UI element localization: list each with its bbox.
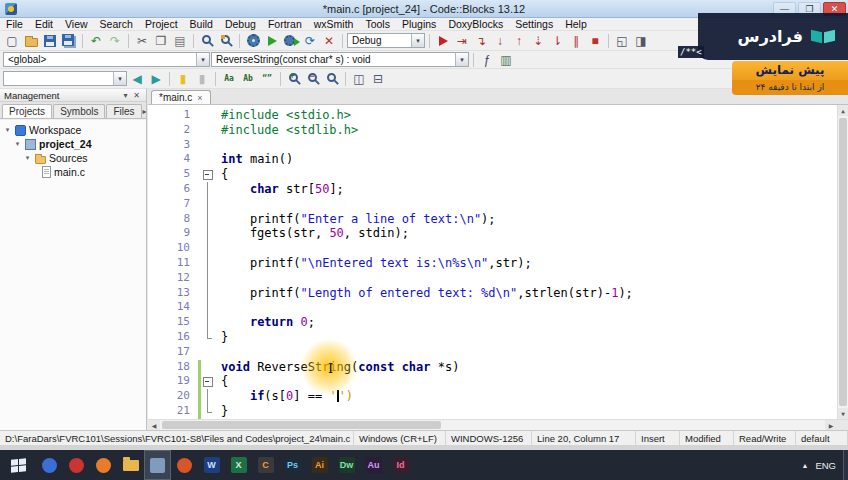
editor-tab-main-c[interactable]: *main.c × [151, 90, 211, 104]
code-line-2[interactable]: 2#include <stdlib.h> [148, 123, 837, 138]
next-instruction-button[interactable]: ⇣ [529, 33, 547, 49]
scroll-up-icon[interactable]: ▲ [838, 105, 848, 116]
stop-debugger-button[interactable]: ■ [586, 33, 604, 49]
doxyblocks-extract-button[interactable]: ▥ [497, 52, 515, 68]
expander-icon[interactable]: ▾ [23, 154, 32, 162]
language-indicator[interactable]: ENG [815, 460, 836, 471]
taskbar-photoshop[interactable]: Ps [279, 450, 306, 480]
vertical-scroll-thumb[interactable] [839, 118, 847, 406]
dropdown-arrow-icon[interactable]: ▾ [113, 72, 126, 85]
code-line-6[interactable]: 6 char str[50]; [148, 182, 837, 197]
menu-item-doxyblocks[interactable]: DoxyBlocks [442, 18, 509, 30]
pane-menu-icon[interactable]: ▾ [120, 91, 131, 100]
horizontal-scroll-thumb[interactable] [162, 421, 441, 429]
goto-function-button[interactable]: ƒ [478, 52, 496, 68]
menu-item-tools[interactable]: Tools [359, 18, 396, 30]
dropdown-arrow-icon[interactable]: ▾ [196, 53, 209, 66]
code-line-21[interactable]: 21} [148, 404, 837, 419]
highlight-button[interactable]: ▮ [174, 71, 192, 87]
scroll-left-icon[interactable]: ◀ [148, 420, 160, 430]
build-and-run-button[interactable] [282, 33, 300, 49]
menu-item-plugins[interactable]: Plugins [396, 18, 442, 30]
code-line-1[interactable]: 1#include <stdio.h> [148, 108, 837, 123]
abort-build-button[interactable]: ✕ [320, 33, 338, 49]
taskbar-file-explorer[interactable] [117, 450, 144, 480]
menu-item-wxsmith[interactable]: wxSmith [308, 18, 360, 30]
code-line-17[interactable]: 17 [148, 345, 837, 360]
symbol-select[interactable]: ReverseString(const char* s) : void▾ [211, 52, 469, 67]
cut-button[interactable]: ✂ [133, 33, 151, 49]
match-word-button[interactable]: “” [258, 71, 276, 87]
tree-item-project[interactable]: ▾ project_24 [0, 137, 146, 151]
search-prev-button[interactable]: ◀ [128, 71, 146, 87]
show-desktop-button[interactable] [843, 450, 848, 480]
dropdown-arrow-icon[interactable]: ▾ [411, 34, 424, 47]
code-line-8[interactable]: 8 printf("Enter a line of text:\n"); [148, 212, 837, 227]
menu-item-file[interactable]: File [0, 18, 29, 30]
vertical-scrollbar[interactable]: ▲ ▼ [837, 105, 848, 419]
debugging-windows-button[interactable]: ◱ [613, 33, 631, 49]
menu-item-project[interactable]: Project [139, 18, 184, 30]
expander-icon[interactable]: ▾ [3, 126, 12, 134]
next-line-button[interactable]: ↴ [472, 33, 490, 49]
code-line-18[interactable]: 18void ReverseString(const char *s) [148, 360, 837, 375]
code-line-19[interactable]: 19{ [148, 374, 837, 389]
debug-continue-button[interactable] [434, 33, 452, 49]
run-to-cursor-button[interactable]: ⇥ [453, 33, 471, 49]
incremental-search-input[interactable]: ▾ [3, 71, 127, 86]
debug-info-button[interactable]: ◨ [632, 33, 650, 49]
taskbar-excel[interactable]: X [225, 450, 252, 480]
code-line-15[interactable]: 15 return 0; [148, 315, 837, 330]
code-line-5[interactable]: 5{ [148, 167, 837, 182]
menu-item-fortran[interactable]: Fortran [262, 18, 308, 30]
undo-button[interactable]: ↶ [87, 33, 105, 49]
code-editor[interactable]: 1#include <stdio.h>2#include <stdlib.h>3… [148, 105, 848, 419]
code-line-3[interactable]: 3 [148, 138, 837, 153]
selected-text-option-button[interactable]: Aa [220, 71, 238, 87]
vertical-scroll-track[interactable] [838, 116, 848, 408]
code-line-9[interactable]: 9 fgets(str, 50, stdin); [148, 226, 837, 241]
fold-toggle-icon[interactable] [201, 374, 215, 389]
tree-item-main-c[interactable]: main.c [0, 165, 146, 179]
taskbar-dreamweaver[interactable]: Dw [333, 450, 360, 480]
taskbar-word[interactable]: W [198, 450, 225, 480]
code-line-7[interactable]: 7 [148, 197, 837, 212]
code-line-11[interactable]: 11 printf("\nEntered text is:\n%s\n",str… [148, 256, 837, 271]
management-tab-projects[interactable]: Projects [2, 104, 52, 118]
scroll-down-icon[interactable]: ▼ [838, 408, 848, 419]
find-button[interactable] [198, 33, 216, 49]
menu-item-view[interactable]: View [59, 18, 94, 30]
menu-item-search[interactable]: Search [94, 18, 139, 30]
taskbar-illustrator[interactable]: Ai [306, 450, 333, 480]
step-into-button[interactable]: ↓ [491, 33, 509, 49]
horizontal-scroll-track[interactable] [160, 420, 825, 430]
code-line-10[interactable]: 10 [148, 241, 837, 256]
taskbar-app-blue[interactable] [36, 450, 63, 480]
run-button[interactable] [263, 33, 281, 49]
horizontal-scrollbar[interactable]: ◀ ▶ [148, 419, 848, 430]
code-line-14[interactable]: 14 [148, 300, 837, 315]
build-target-select[interactable]: Debug▾ [347, 33, 425, 48]
copy-button[interactable]: ❐ [152, 33, 170, 49]
zoom-in-button[interactable] [285, 71, 303, 87]
code-line-13[interactable]: 13 printf("Length of entered text: %d\n"… [148, 286, 837, 301]
expander-icon[interactable]: ▾ [13, 140, 22, 148]
management-tab-symbols[interactable]: Symbols [53, 104, 105, 118]
open-file-button[interactable] [22, 33, 40, 49]
code-line-20[interactable]: 20 if(s[0] == '') [148, 389, 837, 404]
tray-chevron-icon[interactable]: ▲ [801, 462, 808, 469]
taskbar-app-red[interactable] [63, 450, 90, 480]
clear-highlight-button[interactable]: ▮ [193, 71, 211, 87]
taskbar-indesign[interactable]: Id [387, 450, 414, 480]
search-next-button[interactable]: ▶ [147, 71, 165, 87]
doxyblocks-comment-button[interactable]: /**< [678, 46, 704, 58]
tree-item-workspace[interactable]: ▾ Workspace [0, 123, 146, 137]
zoom-out-button[interactable] [304, 71, 322, 87]
save-all-button[interactable] [60, 33, 78, 49]
break-debugger-button[interactable]: ∥ [567, 33, 585, 49]
tree-item-sources[interactable]: ▾ Sources [0, 151, 146, 165]
scroll-right-icon[interactable]: ▶ [825, 420, 837, 430]
step-out-button[interactable]: ↑ [510, 33, 528, 49]
build-button[interactable] [244, 33, 262, 49]
pane-close-icon[interactable]: ✕ [131, 91, 142, 100]
